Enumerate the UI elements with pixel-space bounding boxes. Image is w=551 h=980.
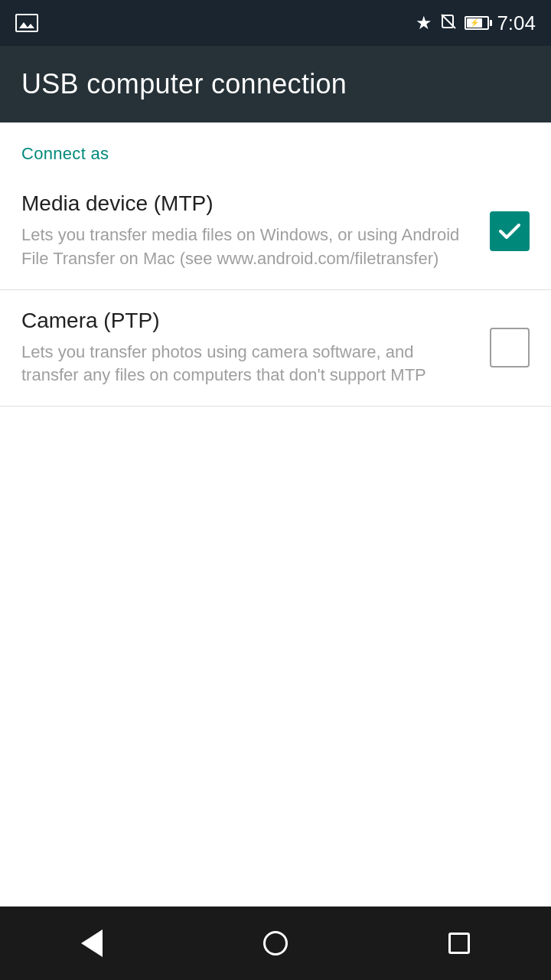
nav-recents-button[interactable] (436, 920, 482, 966)
status-time: 7:04 (497, 11, 536, 35)
app-bar: USB computer connection (0, 46, 551, 122)
status-bar: ★ ⚡ 7:04 (0, 0, 551, 46)
recents-icon (448, 933, 470, 954)
app-bar-title: USB computer connection (21, 68, 347, 100)
nav-bar (0, 906, 551, 980)
option-ptp-description: Lets you transfer photos using camera so… (21, 341, 471, 388)
option-ptp-text: Camera (PTP) Lets you transfer photos us… (21, 309, 490, 388)
option-mtp[interactable]: Media device (MTP) Lets you transfer med… (0, 173, 551, 290)
home-icon (263, 931, 288, 956)
status-bar-right-icons: ★ ⚡ 7:04 (416, 11, 536, 35)
option-mtp-description: Lets you transfer media files on Windows… (21, 224, 471, 271)
option-ptp-title: Camera (PTP) (21, 309, 471, 333)
battery-icon: ⚡ (465, 16, 489, 30)
checkmark-icon (497, 218, 523, 244)
status-bar-left-icons (15, 0, 38, 46)
sim-off-icon (440, 13, 457, 33)
back-icon (81, 929, 103, 957)
checkbox-ptp[interactable] (490, 328, 530, 368)
option-ptp[interactable]: Camera (PTP) Lets you transfer photos us… (0, 290, 551, 407)
star-icon: ★ (416, 12, 432, 34)
option-mtp-text: Media device (MTP) Lets you transfer med… (21, 191, 490, 271)
image-icon (15, 14, 38, 32)
content-area: Connect as Media device (MTP) Lets you t… (0, 122, 551, 407)
section-label: Connect as (21, 144, 109, 163)
option-mtp-title: Media device (MTP) (21, 191, 471, 216)
checkbox-mtp[interactable] (490, 211, 530, 251)
nav-back-button[interactable] (69, 920, 115, 966)
nav-home-button[interactable] (253, 920, 298, 966)
section-header: Connect as (0, 122, 551, 173)
